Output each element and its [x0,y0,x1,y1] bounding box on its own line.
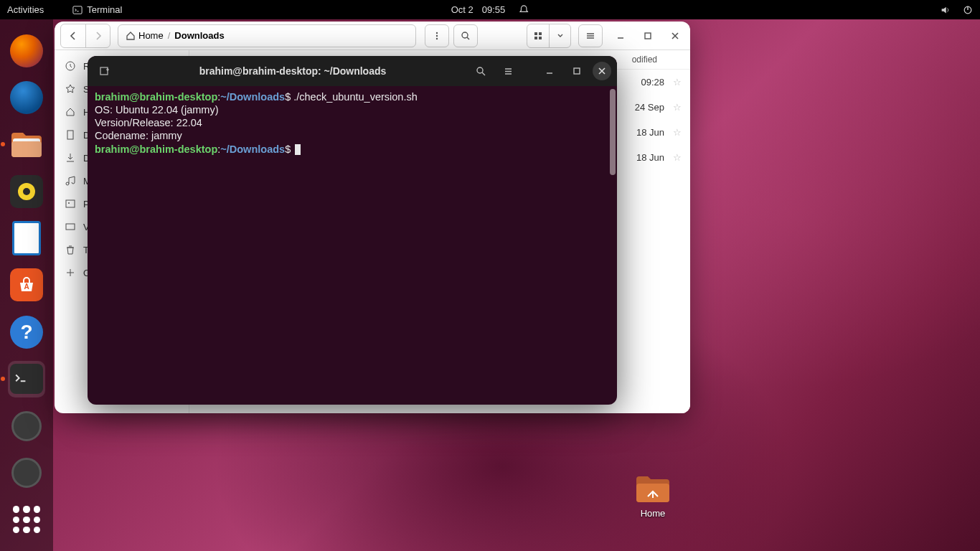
power-icon[interactable] [963,5,973,15]
crumb-home-label: Home [138,30,164,41]
dock-software[interactable]: A [8,267,45,303]
firefox-icon [10,34,43,67]
plus-icon [65,267,76,278]
terminal-menu-button[interactable] [496,60,519,82]
terminal-cursor [295,144,301,155]
terminal-line: Version/Release: 22.04 [95,116,610,129]
terminal-minimize-button[interactable] [538,60,561,82]
dock-rhythmbox[interactable] [8,173,45,209]
terminal-line: brahim@brahim-desktop:~/Downloads$ ./che… [95,90,610,103]
search-icon [461,31,471,41]
rhythmbox-icon [10,175,43,208]
path-menu-button[interactable] [425,24,449,47]
svg-point-6 [23,188,30,195]
crumb-downloads[interactable]: Downloads [174,30,224,41]
top-panel: Activities Terminal Oct 2 09:55 [0,0,980,19]
clock-icon [65,60,76,72]
svg-rect-25 [66,200,75,207]
svg-point-10 [436,34,438,36]
crumb-current-label: Downloads [174,30,224,41]
terminal-maximize-button[interactable] [565,60,588,82]
dock-writer[interactable] [8,220,45,256]
minimize-icon [616,32,625,40]
dock-firefox[interactable] [8,32,45,69]
terminal-search-button[interactable] [469,60,492,82]
search-icon [476,66,486,77]
new-tab-button[interactable] [93,60,116,82]
svg-text:A: A [24,283,29,291]
svg-point-12 [462,32,468,38]
nav-forward-button[interactable] [85,24,110,47]
svg-point-29 [477,67,483,73]
terminal-scrollbar[interactable] [610,89,616,175]
crumb-sep: / [168,30,171,41]
svg-rect-28 [100,67,108,75]
svg-rect-14 [534,32,537,35]
svg-rect-4 [11,141,42,157]
terminal-close-button[interactable] [593,62,611,80]
dock-disk2[interactable] [8,454,45,491]
svg-rect-15 [539,32,542,35]
maximize-icon [644,32,652,40]
trash-icon [65,244,76,255]
nav-back-button[interactable] [61,24,85,47]
dock-thunderbird[interactable] [8,79,45,116]
hamburger-icon [585,31,595,41]
maximize-icon [573,67,581,75]
files-maximize-button[interactable] [639,27,657,45]
music-icon [65,175,76,187]
apps-grid-icon [13,506,40,533]
files-icon [10,130,43,159]
dock-help[interactable]: ? [8,314,45,350]
svg-point-9 [436,32,438,33]
svg-rect-22 [645,33,651,39]
terminal-line: OS: Ubuntu 22.04 (jammy) [95,103,610,116]
clock[interactable]: Oct 2 09:55 [451,4,529,15]
dock-disk1[interactable] [8,408,45,444]
hamburger-icon [503,66,514,77]
pathbar[interactable]: Home / Downloads [118,24,416,47]
dock-show-apps[interactable] [8,501,45,538]
hamburger-button[interactable] [578,24,603,47]
terminal-window: brahim@brahim-desktop: ~/Downloads brahi… [88,56,617,405]
star-button[interactable]: ☆ [673,152,682,163]
home-icon [65,106,76,118]
kebab-icon [432,31,442,41]
writer-icon [12,221,41,255]
video-icon [65,221,76,232]
date-label: Oct 2 [451,4,473,15]
svg-line-13 [467,37,469,39]
minimize-icon [545,67,554,75]
chevron-down-icon [557,32,564,39]
terminal-headerbar: brahim@brahim-desktop: ~/Downloads [88,56,617,86]
star-button[interactable]: ☆ [673,77,682,88]
search-button[interactable] [453,24,478,47]
files-close-button[interactable] [666,27,684,45]
svg-rect-16 [534,37,537,39]
app-menu[interactable]: Terminal [72,4,122,15]
download-icon [65,152,76,164]
svg-rect-0 [73,6,82,14]
star-icon [65,83,76,95]
disk-icon [11,411,42,441]
view-grid-button[interactable] [527,24,549,47]
desktop-home-folder[interactable]: Home [631,474,674,519]
terminal-menu-icon [72,5,83,15]
files-minimize-button[interactable] [611,27,630,45]
star-button[interactable]: ☆ [673,127,682,138]
notification-icon [518,4,529,15]
crumb-home[interactable]: Home [126,30,164,41]
chevron-left-icon [68,31,78,41]
volume-icon[interactable] [940,5,950,15]
grid-icon [533,31,543,41]
activities-button[interactable]: Activities [7,4,44,15]
dock-files[interactable] [8,126,45,163]
dock-terminal[interactable] [8,361,45,397]
software-icon: A [10,268,43,301]
terminal-line: Codename: jammy [95,129,610,142]
desktop-home-label: Home [631,508,674,519]
terminal-content[interactable]: brahim@brahim-desktop:~/Downloads$ ./che… [88,86,617,405]
view-dropdown-button[interactable] [549,24,570,47]
svg-rect-27 [66,224,75,230]
star-button[interactable]: ☆ [673,102,682,113]
